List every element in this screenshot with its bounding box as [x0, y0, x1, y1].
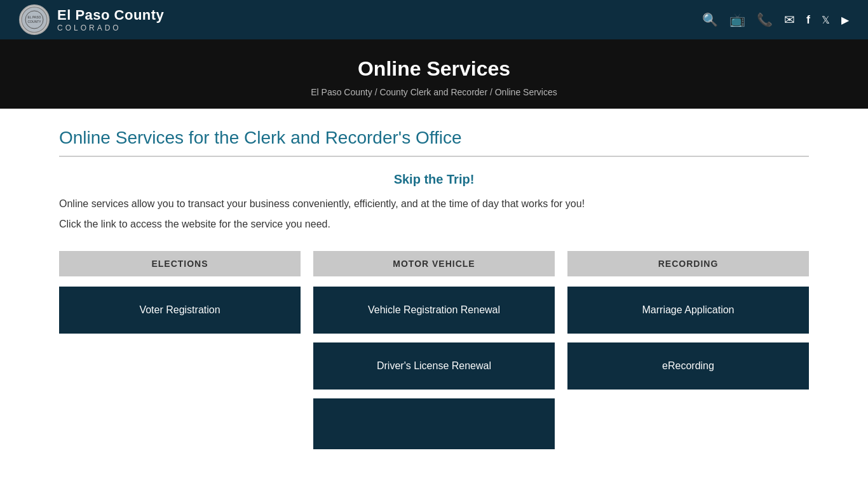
tv-icon[interactable]: 📺 — [729, 12, 745, 27]
section-title[interactable]: Online Services for the Clerk and Record… — [59, 128, 809, 157]
youtube-icon[interactable]: ▶ — [841, 14, 849, 26]
recording-header: RECORDING — [567, 251, 809, 276]
header-icons: 🔍 📺 📞 ✉ f 𝕏 ▶ — [702, 12, 849, 27]
breadcrumb-item-clerk[interactable]: County Clerk and Recorder — [379, 87, 487, 97]
svg-text:COUNTY: COUNTY — [27, 20, 41, 24]
intro-line-1: Online services allow you to transact yo… — [59, 196, 809, 212]
drivers-license-button[interactable]: Driver's License Renewal — [313, 342, 555, 390]
facebook-icon[interactable]: f — [806, 13, 810, 27]
main-content: Online Services for the Clerk and Record… — [34, 109, 834, 488]
search-icon[interactable]: 🔍 — [702, 12, 718, 27]
breadcrumb-separator-2: / — [490, 87, 495, 97]
state-name: COLORADO — [57, 24, 164, 32]
breadcrumb: El Paso County / County Clerk and Record… — [13, 87, 855, 97]
logo-seal: EL PASO COUNTY — [19, 4, 50, 35]
logo-area: EL PASO COUNTY El Paso County COLORADO — [19, 4, 164, 35]
motor-vehicle-header: MOTOR VEHICLE — [313, 251, 555, 276]
erecording-button[interactable]: eRecording — [567, 342, 809, 390]
phone-icon[interactable]: 📞 — [757, 12, 773, 27]
recording-column: RECORDING Marriage Application eRecordin… — [567, 251, 809, 458]
vehicle-registration-button[interactable]: Vehicle Registration Renewal — [313, 287, 555, 334]
page-title: Online Services — [13, 57, 855, 81]
breadcrumb-item-current: Online Services — [495, 87, 557, 97]
logo-text: El Paso County COLORADO — [57, 7, 164, 32]
county-name: El Paso County — [57, 7, 164, 24]
site-header: EL PASO COUNTY El Paso County COLORADO 🔍… — [0, 0, 868, 39]
motor-vehicle-column: MOTOR VEHICLE Vehicle Registration Renew… — [313, 251, 555, 458]
elections-column: ELECTIONS Voter Registration — [59, 251, 301, 458]
svg-text:EL PASO: EL PASO — [28, 15, 41, 19]
marriage-application-button[interactable]: Marriage Application — [567, 287, 809, 334]
intro-line-2: Click the link to access the website for… — [59, 216, 809, 233]
page-banner: Online Services El Paso County / County … — [0, 39, 868, 109]
breadcrumb-item-county[interactable]: El Paso County — [311, 87, 372, 97]
services-grid: ELECTIONS Voter Registration MOTOR VEHIC… — [59, 251, 809, 458]
voter-registration-button[interactable]: Voter Registration — [59, 287, 301, 334]
elections-header: ELECTIONS — [59, 251, 301, 276]
mail-icon[interactable]: ✉ — [784, 12, 795, 27]
motor-vehicle-extra-button[interactable] — [313, 398, 555, 449]
twitter-icon[interactable]: 𝕏 — [822, 14, 830, 26]
skip-trip-heading: Skip the Trip! — [59, 172, 809, 187]
